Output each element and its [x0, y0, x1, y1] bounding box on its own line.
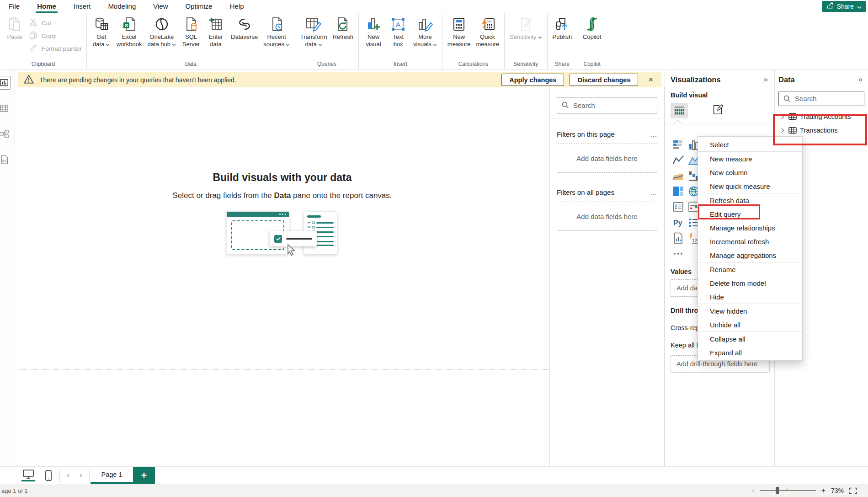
menu-insert[interactable]: Insert: [65, 0, 100, 13]
menu-view[interactable]: View: [144, 0, 176, 13]
dax-query-view-icon[interactable]: DAX: [0, 153, 11, 166]
context-menu-item-view-hidden[interactable]: View hidden: [698, 304, 802, 318]
refresh-button[interactable]: Refresh: [330, 15, 356, 41]
ribbon-group-copilot: CopilotCopilot: [577, 13, 607, 69]
table-row-trading-accounts[interactable]: Trading Accounts: [778, 110, 864, 123]
context-menu-item-manage-aggregations[interactable]: Manage aggregations: [698, 248, 802, 262]
report-canvas[interactable]: Build visuals with your data Select or d…: [15, 87, 549, 466]
data-search-input[interactable]: Search: [778, 91, 864, 106]
copilot-button[interactable]: Copilot: [580, 15, 604, 41]
context-menu-item-new-measure[interactable]: New measure: [698, 152, 802, 166]
apply-changes-button[interactable]: Apply changes: [501, 74, 564, 86]
context-menu-item-new-quick-measure[interactable]: New quick measure: [698, 179, 802, 193]
context-menu-item-refresh-data[interactable]: Refresh data: [698, 193, 802, 207]
paste-button[interactable]: Paste: [3, 15, 27, 41]
page-tab[interactable]: Page 1: [91, 467, 133, 484]
tab-build-visual[interactable]: [671, 103, 688, 118]
recent-sources-button[interactable]: Recentsources: [261, 15, 292, 48]
copy-button[interactable]: Copy: [27, 30, 84, 41]
context-menu-item-expand-all[interactable]: Expand all: [698, 346, 802, 359]
more-options-icon[interactable]: ...: [650, 130, 657, 138]
transform-data-icon: [306, 16, 321, 32]
context-menu-item-collapse-all[interactable]: Collapse all: [698, 332, 802, 346]
new-visual-button[interactable]: Newvisual: [362, 15, 385, 48]
chevron-right-icon[interactable]: [780, 128, 785, 133]
get-data-button[interactable]: Getdata: [90, 15, 113, 48]
sensitivity-button[interactable]: Sensitivity: [507, 15, 544, 41]
context-menu-item-manage-relationships[interactable]: Manage relationships: [698, 221, 802, 235]
context-menu-item-hide[interactable]: Hide: [698, 290, 802, 304]
mobile-layout-button[interactable]: [38, 467, 59, 484]
banner-close-icon[interactable]: ×: [645, 75, 656, 85]
zoom-out-button[interactable]: -: [752, 486, 754, 495]
more-options-icon[interactable]: ...: [650, 188, 657, 196]
table-view-icon[interactable]: [0, 102, 11, 115]
next-page-arrow[interactable]: [75, 467, 88, 484]
share-label: Share: [837, 3, 854, 10]
fit-to-page-icon[interactable]: [849, 487, 857, 494]
combo-chart-icon[interactable]: [671, 168, 686, 184]
transform-data-button[interactable]: Transformdata: [298, 15, 330, 48]
paginated-report-icon[interactable]: [671, 230, 686, 246]
publish-button[interactable]: Publish: [550, 15, 575, 41]
sql-server-button[interactable]: SQLServer: [179, 15, 203, 48]
menu-optimize[interactable]: Optimize: [177, 0, 221, 13]
filters-all-section-label: Filters on all pages: [557, 188, 614, 196]
discard-changes-button[interactable]: Discard changes: [570, 74, 638, 86]
filters-all-dropzone[interactable]: Add data fields here: [557, 202, 657, 231]
context-menu-item-delete-from-model[interactable]: Delete from model: [698, 276, 802, 290]
context-menu-item-edit-query[interactable]: Edit query: [698, 207, 802, 221]
tab-format-visual[interactable]: [712, 104, 724, 118]
excel-workbook-button[interactable]: Excelworkbook: [114, 15, 144, 48]
menu-help[interactable]: Help: [221, 0, 253, 13]
menu-modeling[interactable]: Modeling: [99, 0, 144, 13]
chevron-right-icon[interactable]: [780, 114, 785, 119]
menu-home[interactable]: Home: [28, 0, 65, 13]
enter-data-button[interactable]: Enterdata: [204, 15, 228, 48]
context-menu-item-rename[interactable]: Rename: [698, 262, 802, 276]
zoom-in-button[interactable]: +: [821, 486, 825, 495]
enter-data-icon: [208, 16, 224, 32]
onelake-data-hub-button[interactable]: OneLakedata hub: [145, 15, 178, 48]
add-page-button[interactable]: +: [133, 467, 155, 484]
menu-file[interactable]: File: [0, 0, 28, 13]
desktop-layout-button[interactable]: [18, 467, 38, 484]
zoom-slider-handle[interactable]: [776, 487, 779, 494]
share-button[interactable]: Share: [822, 1, 866, 12]
view-rail: DAX: [0, 69, 15, 466]
cut-button[interactable]: Cut: [27, 17, 84, 28]
filters-search-input[interactable]: Search: [557, 97, 657, 113]
zoom-percentage[interactable]: 73%: [831, 487, 844, 494]
collapse-pane-icon[interactable]: »: [858, 75, 864, 84]
context-menu-item-select[interactable]: Select: [698, 138, 802, 151]
context-menu-item-unhide-all[interactable]: Unhide all: [698, 318, 802, 331]
context-menu-item-incremental-refresh[interactable]: Incremental refresh: [698, 235, 802, 248]
more-visuals-button[interactable]: Morevisuals: [411, 15, 439, 48]
format-painter-button[interactable]: Format painter: [27, 43, 84, 54]
stacked-bar-chart-icon[interactable]: [671, 137, 686, 153]
svg-text:DAX: DAX: [1, 159, 7, 162]
table-context-menu: SelectNew measureNew columnNew quick mea…: [698, 136, 803, 361]
table-row-transactions[interactable]: Transactions: [778, 123, 864, 137]
context-menu-item-new-column[interactable]: New column: [698, 166, 802, 179]
collapse-pane-icon[interactable]: »: [764, 75, 770, 84]
new-visual-icon: [366, 16, 381, 32]
zoom-slider[interactable]: +: [760, 490, 816, 491]
python-visual-icon[interactable]: Py: [671, 215, 686, 230]
more-options-icon[interactable]: [671, 246, 686, 262]
quick-measure-button[interactable]: Quickmeasure: [474, 15, 501, 48]
ribbon-group-label: Queries: [298, 60, 356, 69]
previous-page-arrow[interactable]: [61, 467, 75, 484]
new-measure-button[interactable]: Newmeasure: [445, 15, 473, 48]
multi-row-card-icon[interactable]: [671, 199, 686, 215]
line-chart-icon[interactable]: [671, 153, 686, 168]
report-view-icon[interactable]: [0, 76, 11, 90]
zoom-midpoint-tick: +: [786, 487, 788, 492]
page-navigation-bar: Page 1 +: [0, 466, 868, 484]
treemap-icon[interactable]: [671, 184, 686, 199]
dataverse-button[interactable]: Dataverse: [229, 15, 260, 41]
text-box-button[interactable]: ATextbox: [386, 15, 410, 48]
ribbon-group-queries: TransformdataRefreshQueries: [295, 13, 358, 69]
filters-page-dropzone[interactable]: Add data fields here: [557, 144, 657, 173]
model-view-icon[interactable]: [0, 127, 11, 141]
